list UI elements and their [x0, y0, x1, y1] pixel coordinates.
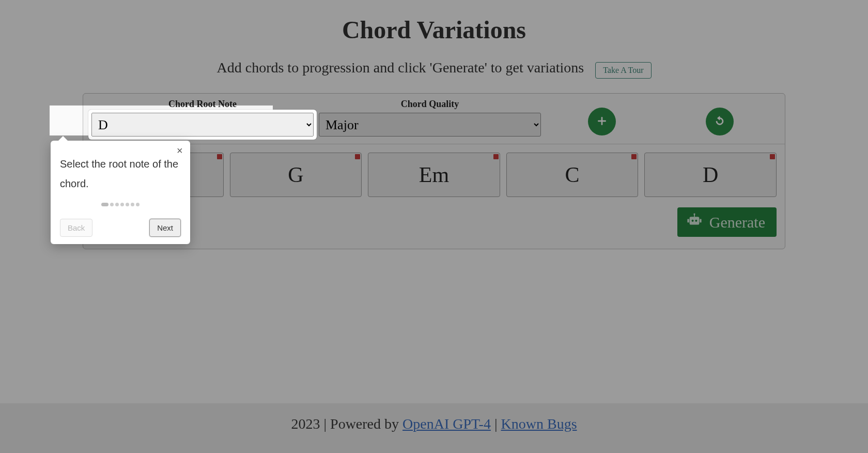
tour-progress-dots [60, 203, 181, 206]
generate-button[interactable]: Generate [677, 207, 777, 237]
tour-close-button[interactable]: × [174, 145, 184, 155]
root-note-label: Chord Root Note [168, 99, 237, 110]
remove-badge-icon[interactable] [493, 154, 499, 159]
tour-next-button[interactable]: Next [149, 219, 181, 237]
remove-badge-icon[interactable] [631, 154, 637, 159]
subtitle: Add chords to progression and click 'Gen… [216, 59, 584, 76]
chord-card[interactable]: Em [368, 153, 500, 197]
tour-back-button[interactable]: Back [60, 219, 92, 237]
tour-message: Select the root note of the chord. [60, 154, 181, 193]
svg-point-6 [693, 214, 695, 215]
quality-label: Chord Quality [401, 99, 459, 110]
chord-label: C [565, 162, 580, 187]
root-note-select[interactable]: D [91, 113, 314, 137]
chord-card[interactable]: C [506, 153, 639, 197]
footer: 2023 | Powered by OpenAI GPT-4 | Known B… [0, 403, 868, 453]
svg-rect-0 [689, 217, 699, 225]
chord-label: Em [419, 162, 449, 187]
plus-icon [596, 115, 608, 128]
tour-popover: × Select the root note of the chord. Bac… [51, 141, 190, 244]
add-chord-button[interactable] [588, 108, 616, 135]
chord-label: D [703, 162, 718, 187]
svg-rect-1 [687, 219, 689, 223]
svg-point-3 [691, 220, 693, 222]
footer-openai-link[interactable]: OpenAI GPT-4 [402, 416, 491, 432]
refresh-icon [714, 115, 725, 128]
page-title: Chord Variations [0, 16, 868, 44]
quality-select[interactable]: Major [319, 113, 541, 137]
footer-powered: Powered by [330, 416, 399, 432]
take-tour-button[interactable]: Take A Tour [595, 62, 651, 79]
chord-card[interactable]: G [230, 153, 362, 197]
footer-bugs-link[interactable]: Known Bugs [501, 416, 577, 432]
svg-point-4 [695, 220, 697, 222]
remove-badge-icon[interactable] [217, 154, 222, 159]
footer-year: 2023 [291, 416, 320, 432]
svg-rect-2 [700, 219, 701, 223]
robot-icon [686, 213, 703, 232]
subtitle-row: Add chords to progression and click 'Gen… [0, 59, 868, 79]
controls-row: Chord Root Note D Chord Quality Major [83, 94, 785, 144]
chord-label: G [288, 162, 303, 187]
chord-card[interactable]: D [644, 153, 777, 197]
generate-label: Generate [709, 214, 765, 231]
remove-badge-icon[interactable] [355, 154, 360, 159]
remove-badge-icon[interactable] [770, 154, 775, 159]
reset-button[interactable] [706, 108, 734, 135]
